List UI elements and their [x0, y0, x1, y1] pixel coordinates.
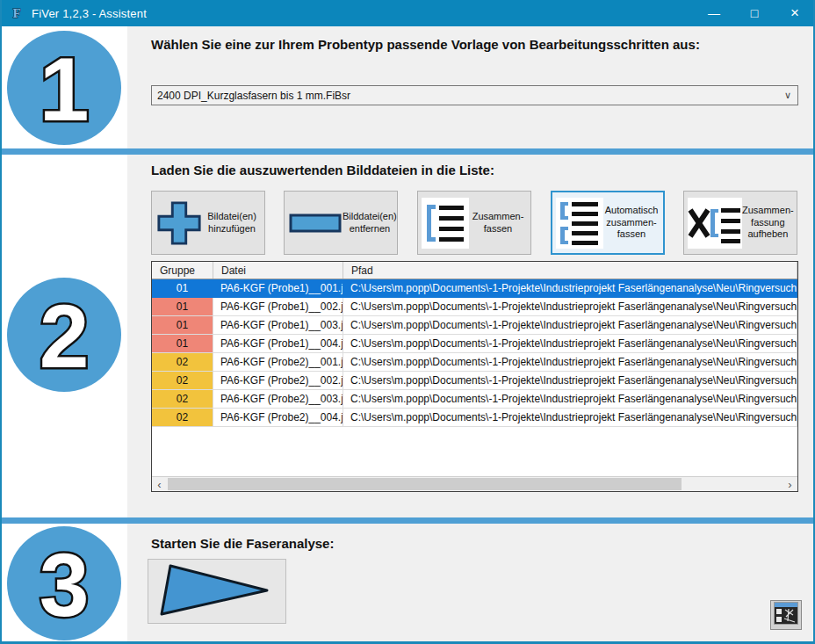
table-row[interactable]: 01 PA6-KGF (Probe1)__001.jpg C:\Users\m.… — [152, 279, 797, 298]
section-divider — [0, 517, 815, 524]
gruppe-cell: 01 — [152, 279, 213, 298]
svg-text:2: 2 — [40, 286, 90, 387]
gruppe-cell: 02 — [152, 409, 213, 427]
table-row[interactable]: 02 PA6-KGF (Probe2)__001.jpg C:\Users\m.… — [152, 353, 797, 372]
scroll-left-icon[interactable]: ‹ — [152, 477, 167, 491]
fiber-table-icon — [774, 602, 798, 628]
minimize-button[interactable]: — — [694, 0, 734, 26]
svg-text:3: 3 — [40, 535, 90, 635]
gruppe-cell: 02 — [152, 390, 213, 409]
plus-icon — [155, 199, 203, 248]
add-images-button[interactable]: Bildatei(en) hinzufügen — [151, 191, 265, 255]
table-row[interactable]: 02 PA6-KGF (Probe2)__003.jpg C:\Users\m.… — [152, 390, 797, 409]
play-icon — [155, 561, 278, 621]
pfad-cell: C:\Users\m.popp\Documents\-1-Projekte\In… — [343, 372, 797, 390]
table-empty-area — [152, 427, 797, 476]
datei-cell: PA6-KGF (Probe2)__002.jpg — [213, 372, 343, 390]
unmerge-button[interactable]: Zusammen- fassung aufheben — [683, 191, 797, 255]
maximize-button[interactable]: □ — [734, 0, 775, 26]
template-dropdown[interactable]: 2400 DPI_Kurzglasfasern bis 1 mm.FiBsr ∨ — [151, 85, 798, 105]
chevron-down-icon: ∨ — [778, 90, 797, 101]
section-divider — [0, 148, 815, 155]
pfad-cell: C:\Users\m.popp\Documents\-1-Projekte\In… — [343, 353, 797, 372]
x-bracket-list-icon — [688, 198, 742, 249]
add-images-label: Bildatei(en) hinzufügen — [203, 211, 261, 235]
gruppe-cell: 02 — [152, 372, 213, 390]
double-bracket-list-icon — [556, 198, 603, 249]
remove-images-label: Bilddatei(en) entfernen — [343, 211, 397, 235]
rectangle-icon — [288, 199, 343, 248]
table-row[interactable]: 01 PA6-KGF (Probe1)__002.jpg C:\Users\m.… — [152, 298, 797, 316]
datei-cell: PA6-KGF (Probe1)__002.jpg — [213, 298, 343, 316]
bracket-list-icon — [422, 198, 469, 249]
datei-cell: PA6-KGF (Probe1)__004.jpg — [213, 335, 343, 353]
window-title: FiVer 1,2,3 - Assistent — [32, 7, 147, 20]
datei-column-header[interactable]: Datei — [213, 262, 343, 279]
table-row[interactable]: 01 PA6-KGF (Probe1)__003.jpg C:\Users\m.… — [152, 316, 797, 335]
template-dropdown-value: 2400 DPI_Kurzglasfasern bis 1 mm.FiBsr — [152, 90, 778, 102]
svg-text:1: 1 — [40, 40, 90, 140]
auto-merge-button[interactable]: Automatisch zusammen- fassen — [551, 191, 665, 255]
gruppe-cell: 01 — [152, 335, 213, 353]
merge-button[interactable]: Zusammen- fassen — [417, 191, 531, 255]
pfad-cell: C:\Users\m.popp\Documents\-1-Projekte\In… — [343, 316, 797, 335]
gruppe-column-header[interactable]: Gruppe — [152, 262, 213, 279]
step-2-badge: 2 — [3, 273, 126, 396]
datei-cell: PA6-KGF (Probe2)__003.jpg — [213, 390, 343, 409]
app-icon: F — [9, 5, 25, 21]
table-header-row: Gruppe Datei Pfad — [152, 262, 797, 279]
step-2-heading: Laden Sie die auszuwertenden Bilddateien… — [151, 163, 494, 177]
scroll-right-icon[interactable]: › — [783, 477, 797, 491]
datei-cell: PA6-KGF (Probe1)__003.jpg — [213, 316, 343, 335]
pfad-cell: C:\Users\m.popp\Documents\-1-Projekte\In… — [343, 409, 797, 427]
datei-cell: PA6-KGF (Probe2)__001.jpg — [213, 353, 343, 372]
file-table: Gruppe Datei Pfad 01 PA6-KGF (Probe1)__0… — [151, 261, 798, 492]
pfad-column-header[interactable]: Pfad — [343, 262, 797, 279]
datei-cell: PA6-KGF (Probe1)__001.jpg — [213, 279, 343, 298]
horizontal-scrollbar[interactable]: ‹ › — [152, 476, 797, 491]
pfad-cell: C:\Users\m.popp\Documents\-1-Projekte\In… — [343, 335, 797, 353]
pfad-cell: C:\Users\m.popp\Documents\-1-Projekte\In… — [343, 298, 797, 316]
table-row[interactable]: 01 PA6-KGF (Probe1)__004.jpg C:\Users\m.… — [152, 335, 797, 353]
gruppe-cell: 02 — [152, 353, 213, 372]
step-3-heading: Starten Sie die Faseranalyse: — [151, 536, 334, 551]
start-analysis-button[interactable] — [148, 559, 286, 624]
gruppe-cell: 01 — [152, 298, 213, 316]
fiber-table-tool-button[interactable] — [770, 600, 802, 630]
pfad-cell: C:\Users\m.popp\Documents\-1-Projekte\In… — [343, 279, 797, 298]
datei-cell: PA6-KGF (Probe2)__004.jpg — [213, 409, 343, 427]
unmerge-label: Zusammen- fassung aufheben — [742, 205, 794, 241]
auto-merge-label: Automatisch zusammen- fassen — [603, 205, 660, 241]
pfad-cell: C:\Users\m.popp\Documents\-1-Projekte\In… — [343, 390, 797, 409]
remove-images-button[interactable]: Bilddatei(en) entfernen — [284, 191, 398, 255]
titlebar: F FiVer 1,2,3 - Assistent — □ × — [0, 0, 815, 26]
merge-label: Zusammen- fassen — [469, 211, 527, 235]
scrollbar-thumb[interactable] — [168, 478, 682, 490]
step-1-heading: Wählen Sie eine zur Ihrem Probentyp pass… — [151, 37, 700, 52]
gruppe-cell: 01 — [152, 316, 213, 335]
table-row[interactable]: 02 PA6-KGF (Probe2)__002.jpg C:\Users\m.… — [152, 372, 797, 390]
step-1-badge: 1 — [3, 26, 126, 149]
svg-text:F: F — [12, 6, 20, 20]
step-3-badge: 3 — [3, 522, 126, 644]
table-row[interactable]: 02 PA6-KGF (Probe2)__004.jpg C:\Users\m.… — [152, 409, 797, 427]
close-button[interactable]: × — [775, 0, 815, 26]
